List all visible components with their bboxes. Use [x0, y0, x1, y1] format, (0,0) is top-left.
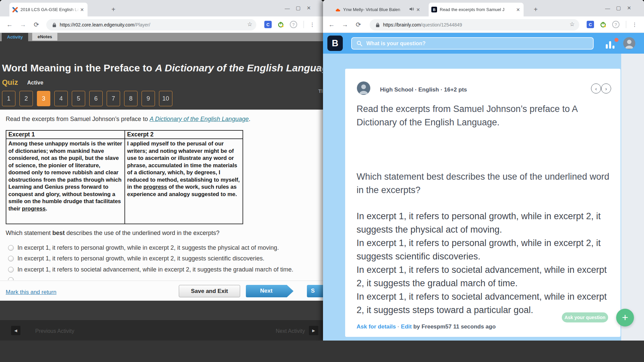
brainly-browser-window: Ynw Melly- Virtual Blue Balen ✕ B Read t…: [323, 0, 644, 341]
player-subtabs: Activity eNotes: [0, 33, 323, 41]
close-icon[interactable]: ✕: [627, 5, 631, 11]
question-number-9[interactable]: 9: [142, 91, 155, 106]
close-icon[interactable]: ✕: [515, 7, 521, 12]
forward-icon[interactable]: →: [340, 20, 350, 29]
question-search-bar[interactable]: [351, 37, 594, 50]
audio-speaker-icon[interactable]: [409, 7, 414, 12]
answer-option-3[interactable]: In excerpt 1, it refers to societal adva…: [8, 264, 317, 275]
extension-c-icon[interactable]: C: [587, 21, 594, 28]
next-button[interactable]: Next: [246, 285, 293, 297]
previous-activity-icon[interactable]: ◀: [11, 326, 20, 335]
search-icon: [357, 41, 362, 46]
radio-button[interactable]: [8, 245, 14, 251]
extension-power-icon[interactable]: [277, 21, 284, 28]
question-number-8[interactable]: 8: [124, 91, 138, 106]
edit-link[interactable]: Edit: [401, 323, 412, 330]
ask-for-details-link[interactable]: Ask for details: [357, 323, 396, 330]
radio-button[interactable]: [8, 256, 14, 261]
new-tab-button[interactable]: +: [531, 5, 540, 14]
question-number-4[interactable]: 4: [54, 91, 68, 106]
radio-button[interactable]: [8, 277, 14, 280]
bookmark-star-icon[interactable]: ☆: [570, 21, 575, 28]
browser-menu-icon[interactable]: ⋮: [630, 20, 639, 29]
plus-icon: +: [622, 311, 628, 324]
excerpt-2-header: Excerpt 2: [125, 131, 243, 139]
question-number-5[interactable]: 5: [72, 91, 85, 106]
new-tab-button[interactable]: +: [109, 5, 118, 14]
user-avatar[interactable]: [623, 37, 635, 49]
extension-power-icon[interactable]: [599, 21, 607, 28]
window-controls: — ▢ ✕: [605, 2, 631, 14]
soundcloud-favicon: [335, 7, 340, 12]
tab-edgenuity[interactable]: 2018 LCS GA-GSE English Langu ✕: [9, 3, 88, 16]
minimize-icon[interactable]: —: [285, 5, 290, 11]
question-meta: High School · English · 16+2 pts: [380, 86, 467, 93]
truncated-edge-text: Tl: [318, 88, 323, 94]
forward-icon[interactable]: →: [18, 20, 28, 29]
quiz-status: Active: [27, 80, 43, 86]
mark-and-return-link[interactable]: Mark this and return: [6, 289, 56, 296]
close-icon[interactable]: ✕: [79, 7, 85, 12]
question-number-1[interactable]: 1: [2, 91, 15, 106]
reload-icon[interactable]: ⟳: [354, 20, 363, 29]
ask-question-tooltip: Ask your question: [562, 312, 608, 322]
question-number-3-active[interactable]: 3: [37, 91, 50, 106]
question-number-6[interactable]: 6: [89, 91, 103, 106]
previous-activity-label: Previous Activity: [35, 328, 74, 334]
extension-c-icon[interactable]: C: [264, 21, 272, 28]
excerpt-2-column: Excerpt 2 I applied myself to the perusa…: [124, 131, 243, 224]
tab-music[interactable]: Ynw Melly- Virtual Blue Balen ✕: [332, 3, 424, 16]
lock-icon: [52, 22, 56, 27]
save-and-exit-button[interactable]: Save and Exit: [179, 285, 240, 297]
submit-button-partial[interactable]: S: [307, 285, 323, 297]
brainly-logo[interactable]: B: [327, 36, 343, 51]
extension-help-icon[interactable]: ?: [612, 21, 620, 28]
question-number-2[interactable]: 2: [19, 91, 33, 106]
extension-help-icon[interactable]: ?: [290, 21, 297, 28]
brainly-content: High School · English · 16+2 pts ‹ › Rea…: [323, 54, 644, 341]
question-number-7[interactable]: 7: [107, 91, 120, 106]
question-actions: Ask for details · Edit by Freespm57 11 s…: [357, 323, 496, 330]
back-icon[interactable]: ←: [327, 20, 336, 29]
browser-toolbar: ← → ⟳ https://r02.core.learn.edgenuity.c…: [0, 16, 323, 33]
close-icon[interactable]: ✕: [307, 5, 311, 11]
quiz-label: Quiz: [2, 78, 18, 87]
bookmark-star-icon[interactable]: ☆: [247, 21, 252, 28]
chevron-right-icon[interactable]: ›: [601, 83, 611, 94]
tab-activity[interactable]: Activity: [2, 33, 28, 41]
back-icon[interactable]: ←: [5, 20, 14, 29]
dictionary-link[interactable]: A Dictionary of the English Language: [150, 116, 249, 122]
maximize-icon[interactable]: ▢: [616, 5, 621, 11]
asker-avatar[interactable]: [357, 81, 370, 95]
tab-brainly[interactable]: B Read the excerpts from Samuel J ✕: [429, 3, 524, 16]
question-subtext: Which statement best describes the use o…: [357, 170, 611, 197]
toolbar-divider: [626, 21, 626, 28]
question-number-10[interactable]: 10: [159, 91, 172, 106]
browser-menu-icon[interactable]: ⋮: [308, 20, 317, 29]
answer-option-4-partial[interactable]: [8, 277, 15, 280]
address-bar[interactable]: https://r02.core.learn.edgenuity.com/Pla…: [46, 19, 256, 31]
address-bar[interactable]: https://brainly.com/question/12544849: [370, 19, 579, 31]
reload-icon[interactable]: ⟳: [32, 20, 41, 29]
excerpt-2-text: I applied myself to the perusal of our w…: [125, 139, 243, 199]
answer-option-1[interactable]: In excerpt 1, it refers to personal grow…: [8, 242, 317, 253]
instruction-text: Read the excerpts from Samuel Johnson’s …: [6, 116, 250, 123]
scroll-gutter: [621, 54, 644, 341]
quiz-action-bar: Mark this and return Save and Exit Next …: [0, 281, 323, 301]
close-icon[interactable]: ✕: [415, 7, 421, 12]
answer-option-2[interactable]: In excerpt 1, it refers to personal grow…: [8, 253, 317, 264]
tab-enotes[interactable]: eNotes: [32, 33, 57, 41]
add-question-button[interactable]: +: [616, 309, 634, 326]
question-panel: Read the excerpts from Samuel Johnson’s …: [0, 110, 323, 301]
chevron-left-icon[interactable]: ‹: [591, 83, 601, 94]
maximize-icon[interactable]: ▢: [296, 5, 301, 11]
url-text: https://r02.core.learn.edgenuity.com/Pla…: [60, 22, 150, 27]
next-activity-icon[interactable]: ▶: [309, 326, 318, 335]
minimize-icon[interactable]: —: [605, 5, 610, 11]
browser-toolbar: ← → ⟳ https://brainly.com/question/12544…: [323, 16, 644, 33]
search-input[interactable]: [366, 41, 568, 47]
question-options: In excerpt 1, it refers to personal grow…: [357, 209, 613, 317]
radio-button[interactable]: [8, 267, 14, 273]
stats-icon[interactable]: [606, 39, 617, 49]
window-controls: — ▢ ✕: [285, 2, 311, 14]
